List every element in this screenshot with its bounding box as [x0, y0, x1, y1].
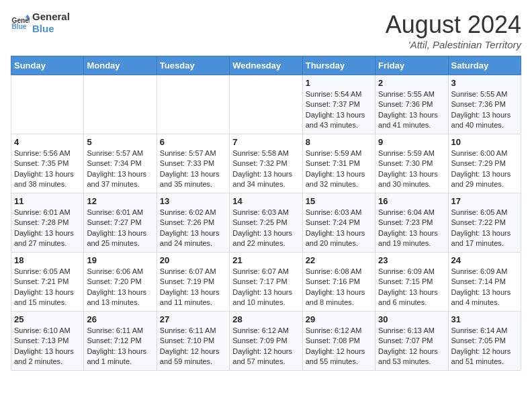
day-info: Sunrise: 6:11 AMSunset: 7:10 PMDaylight:…: [160, 326, 226, 367]
calendar-cell: 12Sunrise: 6:01 AMSunset: 7:27 PMDayligh…: [84, 193, 157, 253]
day-info: Sunrise: 6:13 AMSunset: 7:07 PMDaylight:…: [378, 326, 445, 367]
day-number: 17: [451, 196, 518, 206]
month-year: August 2024: [386, 11, 521, 39]
day-number: 11: [14, 196, 81, 206]
day-info: Sunrise: 6:12 AMSunset: 7:09 PMDaylight:…: [232, 326, 299, 367]
weekday-header: Monday: [84, 56, 157, 75]
day-number: 26: [87, 314, 153, 324]
calendar-cell: 4Sunrise: 5:56 AMSunset: 7:35 PMDaylight…: [11, 134, 84, 193]
day-info: Sunrise: 6:03 AMSunset: 7:25 PMDaylight:…: [232, 208, 299, 249]
calendar-cell: 28Sunrise: 6:12 AMSunset: 7:09 PMDayligh…: [230, 312, 302, 371]
day-info: Sunrise: 5:55 AMSunset: 7:36 PMDaylight:…: [451, 89, 518, 131]
calendar-cell: 30Sunrise: 6:13 AMSunset: 7:07 PMDayligh…: [375, 312, 448, 371]
day-info: Sunrise: 5:57 AMSunset: 7:34 PMDaylight:…: [87, 148, 153, 190]
page-header: General Blue General Blue August 2024 'A…: [11, 11, 521, 50]
calendar-cell: 18Sunrise: 6:05 AMSunset: 7:21 PMDayligh…: [11, 253, 84, 312]
day-number: 4: [14, 137, 81, 147]
calendar-cell: 3Sunrise: 5:55 AMSunset: 7:36 PMDaylight…: [448, 75, 521, 134]
day-info: Sunrise: 6:04 AMSunset: 7:23 PMDaylight:…: [378, 208, 445, 249]
calendar-week-row: 25Sunrise: 6:10 AMSunset: 7:13 PMDayligh…: [11, 312, 521, 371]
day-info: Sunrise: 5:59 AMSunset: 7:31 PMDaylight:…: [306, 148, 372, 190]
calendar-cell: 9Sunrise: 5:59 AMSunset: 7:30 PMDaylight…: [375, 134, 448, 193]
day-number: 3: [451, 78, 518, 88]
day-number: 6: [160, 137, 226, 147]
logo-icon: General Blue: [11, 13, 30, 32]
day-info: Sunrise: 6:01 AMSunset: 7:27 PMDaylight:…: [87, 208, 153, 249]
calendar-week-row: 1Sunrise: 5:54 AMSunset: 7:37 PMDaylight…: [11, 75, 521, 134]
calendar-cell: 17Sunrise: 6:05 AMSunset: 7:22 PMDayligh…: [448, 193, 521, 253]
day-number: 5: [87, 137, 153, 147]
calendar-cell: 13Sunrise: 6:02 AMSunset: 7:26 PMDayligh…: [157, 193, 229, 253]
calendar-table: SundayMondayTuesdayWednesdayThursdayFrid…: [11, 56, 521, 371]
day-number: 14: [232, 196, 299, 206]
day-number: 13: [160, 196, 226, 206]
calendar-body: 1Sunrise: 5:54 AMSunset: 7:37 PMDaylight…: [11, 75, 521, 371]
day-info: Sunrise: 6:03 AMSunset: 7:24 PMDaylight:…: [306, 208, 372, 249]
day-info: Sunrise: 5:59 AMSunset: 7:30 PMDaylight:…: [378, 148, 445, 190]
day-info: Sunrise: 6:14 AMSunset: 7:05 PMDaylight:…: [451, 326, 518, 367]
svg-text:Blue: Blue: [12, 23, 27, 30]
day-number: 2: [378, 78, 445, 88]
day-info: Sunrise: 6:12 AMSunset: 7:08 PMDaylight:…: [306, 326, 372, 367]
day-number: 23: [378, 255, 445, 265]
day-info: Sunrise: 5:56 AMSunset: 7:35 PMDaylight:…: [14, 148, 81, 190]
calendar-cell: 31Sunrise: 6:14 AMSunset: 7:05 PMDayligh…: [448, 312, 521, 371]
day-info: Sunrise: 5:55 AMSunset: 7:36 PMDaylight:…: [378, 89, 445, 131]
day-number: 15: [306, 196, 372, 206]
calendar-cell: 19Sunrise: 6:06 AMSunset: 7:20 PMDayligh…: [84, 253, 157, 312]
day-number: 20: [160, 255, 226, 265]
weekday-header: Friday: [375, 56, 448, 75]
day-number: 29: [306, 314, 372, 324]
logo-line1: General: [32, 11, 70, 23]
calendar-cell: 22Sunrise: 6:08 AMSunset: 7:16 PMDayligh…: [302, 253, 375, 312]
calendar-cell: [84, 75, 157, 134]
calendar-cell: 8Sunrise: 5:59 AMSunset: 7:31 PMDaylight…: [302, 134, 375, 193]
calendar-cell: 20Sunrise: 6:07 AMSunset: 7:19 PMDayligh…: [157, 253, 229, 312]
day-info: Sunrise: 6:09 AMSunset: 7:15 PMDaylight:…: [378, 267, 445, 308]
day-number: 25: [14, 314, 81, 324]
logo: General Blue General Blue: [11, 11, 70, 35]
day-info: Sunrise: 6:05 AMSunset: 7:21 PMDaylight:…: [14, 267, 81, 308]
day-number: 22: [306, 255, 372, 265]
calendar-cell: 23Sunrise: 6:09 AMSunset: 7:15 PMDayligh…: [375, 253, 448, 312]
day-number: 9: [378, 137, 445, 147]
calendar-cell: [157, 75, 229, 134]
calendar-cell: 25Sunrise: 6:10 AMSunset: 7:13 PMDayligh…: [11, 312, 84, 371]
calendar-header: SundayMondayTuesdayWednesdayThursdayFrid…: [11, 56, 521, 75]
day-number: 19: [87, 255, 153, 265]
day-info: Sunrise: 6:06 AMSunset: 7:20 PMDaylight:…: [87, 267, 153, 308]
day-number: 8: [306, 137, 372, 147]
calendar-cell: 21Sunrise: 6:07 AMSunset: 7:17 PMDayligh…: [230, 253, 302, 312]
day-number: 27: [160, 314, 226, 324]
day-info: Sunrise: 6:11 AMSunset: 7:12 PMDaylight:…: [87, 326, 153, 367]
day-info: Sunrise: 6:07 AMSunset: 7:19 PMDaylight:…: [160, 267, 226, 308]
day-info: Sunrise: 6:00 AMSunset: 7:29 PMDaylight:…: [451, 148, 518, 190]
calendar-cell: 6Sunrise: 5:57 AMSunset: 7:33 PMDaylight…: [157, 134, 229, 193]
day-number: 16: [378, 196, 445, 206]
calendar-cell: 14Sunrise: 6:03 AMSunset: 7:25 PMDayligh…: [230, 193, 302, 253]
calendar-cell: 29Sunrise: 6:12 AMSunset: 7:08 PMDayligh…: [302, 312, 375, 371]
calendar-cell: 5Sunrise: 5:57 AMSunset: 7:34 PMDaylight…: [84, 134, 157, 193]
calendar-week-row: 11Sunrise: 6:01 AMSunset: 7:28 PMDayligh…: [11, 193, 521, 253]
calendar-cell: 15Sunrise: 6:03 AMSunset: 7:24 PMDayligh…: [302, 193, 375, 253]
calendar-cell: 7Sunrise: 5:58 AMSunset: 7:32 PMDaylight…: [230, 134, 302, 193]
calendar-cell: 24Sunrise: 6:09 AMSunset: 7:14 PMDayligh…: [448, 253, 521, 312]
calendar-cell: 26Sunrise: 6:11 AMSunset: 7:12 PMDayligh…: [84, 312, 157, 371]
calendar-week-row: 18Sunrise: 6:05 AMSunset: 7:21 PMDayligh…: [11, 253, 521, 312]
day-number: 1: [306, 78, 372, 88]
weekday-header: Tuesday: [157, 56, 229, 75]
day-info: Sunrise: 6:10 AMSunset: 7:13 PMDaylight:…: [14, 326, 81, 367]
day-info: Sunrise: 6:01 AMSunset: 7:28 PMDaylight:…: [14, 208, 81, 249]
weekday-header: Saturday: [448, 56, 521, 75]
day-number: 7: [232, 137, 299, 147]
location: 'Attil, Palestinian Territory: [386, 39, 521, 50]
day-number: 18: [14, 255, 81, 265]
calendar-cell: [230, 75, 302, 134]
calendar-cell: 11Sunrise: 6:01 AMSunset: 7:28 PMDayligh…: [11, 193, 84, 253]
weekday-header: Thursday: [302, 56, 375, 75]
day-number: 31: [451, 314, 518, 324]
day-info: Sunrise: 6:05 AMSunset: 7:22 PMDaylight:…: [451, 208, 518, 249]
logo-line2: Blue: [32, 23, 70, 35]
weekday-row: SundayMondayTuesdayWednesdayThursdayFrid…: [11, 56, 521, 75]
day-number: 10: [451, 137, 518, 147]
